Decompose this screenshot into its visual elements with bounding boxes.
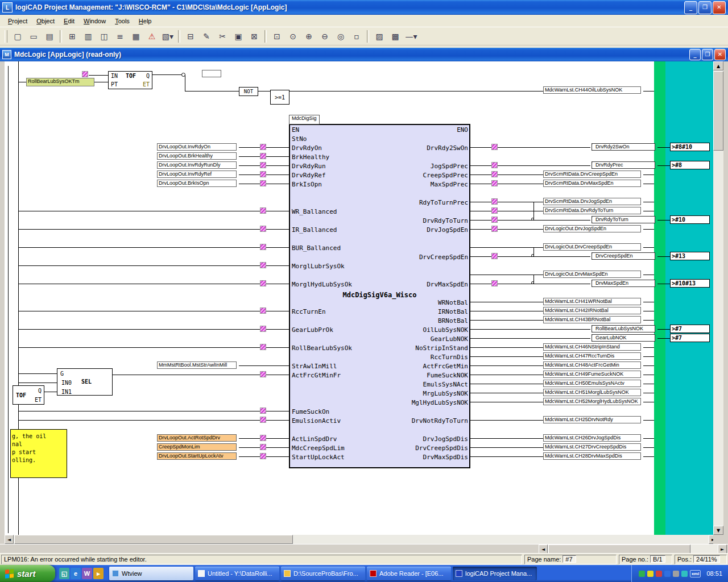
- taskbar-button-adobe-reader[interactable]: Adobe Reader - [E06...: [367, 567, 451, 580]
- edit-button[interactable]: ✎: [199, 29, 214, 43]
- show-desktop-icon[interactable]: ◱: [59, 568, 69, 579]
- input-variable-label[interactable]: DrvLoopOut.BrkHealthy: [157, 152, 237, 160]
- output-variable-label[interactable]: MdcWarnLst.CH27DrvCreepSpdDis: [543, 443, 641, 451]
- output-variable-label[interactable]: DrvLogicOut.DrvMaxSpdEn: [543, 271, 641, 278]
- output-variable-label[interactable]: MdcWarnLst.CH42IRNotBal: [543, 307, 641, 314]
- tof2-block[interactable]: TOF Q ET: [13, 385, 44, 405]
- output-variable-label[interactable]: MdcWarnLst.CH41WRNotBal: [543, 298, 641, 305]
- horizontal-scrollbar[interactable]: ◄ ►: [5, 535, 718, 544]
- output-variable-label[interactable]: MdcWarnLst.CH52MorglHydLubSysNOK: [543, 398, 641, 405]
- taskbar-button-folder[interactable]: D:\SourceProBas\Fro...: [281, 567, 365, 580]
- output-variable-label[interactable]: DrvScmRtData.DrvJogSpdEn: [543, 198, 641, 205]
- page-reference[interactable]: >#10: [670, 215, 710, 224]
- output-variable-label[interactable]: MdcWarnLst.CH43BRNotBal: [543, 316, 641, 323]
- connect-mode-button[interactable]: —▾: [404, 29, 419, 43]
- page-reference[interactable]: >#7: [670, 325, 710, 333]
- media-icon[interactable]: ▸: [93, 568, 104, 579]
- child-restore-button[interactable]: ❐: [702, 49, 713, 60]
- vertical-scrollbar[interactable]: ▲ ▼: [713, 61, 723, 535]
- minimize-button[interactable]: _: [684, 1, 697, 14]
- signal-tag[interactable]: DrvCreepSpdEn: [592, 252, 655, 260]
- comment-box[interactable]: g, the oil nal p start olling.: [10, 429, 67, 478]
- page-view-button[interactable]: ▥: [81, 29, 96, 43]
- signal-tag[interactable]: DrvRdyToTurn: [592, 216, 655, 223]
- start-button[interactable]: start: [0, 565, 55, 582]
- vertical-scroll-thumb[interactable]: [713, 71, 723, 151]
- menu-tools[interactable]: Tools: [110, 16, 134, 26]
- output-variable-label[interactable]: MdcWarnLst.CH47RccTurnDis: [543, 352, 641, 360]
- menu-object[interactable]: Object: [32, 16, 59, 26]
- signal-tag[interactable]: RollBearLubSysNOK: [592, 325, 655, 332]
- grid-toggle-button[interactable]: ▩: [388, 29, 403, 43]
- toolbar-grip[interactable]: [5, 30, 7, 43]
- zoom-fit-button[interactable]: ◎: [333, 29, 348, 43]
- output-variable-label[interactable]: MdcWarnLst.CH26DrvJogSpdDis: [543, 434, 641, 442]
- diagram-canvas[interactable]: IN PT TOF Q ET RollBearLubSysOKTm NOT >=…: [5, 61, 718, 535]
- output-variable-label[interactable]: DrvLogicOut.DrvJogSpdEn: [543, 225, 641, 232]
- child-minimize-button[interactable]: _: [689, 49, 701, 60]
- antivirus-icon[interactable]: [647, 571, 653, 577]
- sel-block[interactable]: G IN0 IN1 SEL: [57, 368, 113, 396]
- input-variable-label[interactable]: DrvLoopOut.ActRotSpdDrv: [157, 434, 237, 442]
- menu-help[interactable]: Help: [134, 16, 156, 26]
- input-variable-label[interactable]: DrvLoopOut.BrkIsOpn: [157, 180, 237, 187]
- input-variable-label[interactable]: DrvLoopOut.InvRdyRef: [157, 171, 237, 178]
- network-icon[interactable]: [656, 571, 662, 577]
- output-variable-label[interactable]: MdcWarnLst.CH25DrvNotRdy: [543, 416, 641, 423]
- close-button[interactable]: ✕: [713, 1, 726, 14]
- menu-project[interactable]: Project: [3, 16, 32, 26]
- output-variable-label[interactable]: MdcWarnLst.CH28DrvMaxSpdDis: [543, 452, 641, 460]
- taskbar-button-logicad[interactable]: logiCAD Project Mana...: [453, 567, 537, 580]
- horizontal-scroll-thumb[interactable]: [14, 535, 293, 544]
- new-button[interactable]: ▢: [10, 29, 25, 43]
- menu-window[interactable]: Window: [79, 16, 110, 26]
- taskbar-button-wtview[interactable]: Wtview: [109, 567, 193, 580]
- output-variable-label[interactable]: DrvScmRtData.DrvCreepSpdEn: [543, 171, 641, 178]
- wtview-icon[interactable]: W: [82, 568, 92, 579]
- page-reference[interactable]: >#7: [670, 334, 710, 342]
- two-columns-button[interactable]: ◫: [97, 29, 111, 43]
- paste-special-button[interactable]: ⊟: [183, 29, 198, 43]
- or-gate[interactable]: >=1: [270, 90, 289, 105]
- paste-button[interactable]: ⊠: [247, 29, 262, 43]
- input-variable-label[interactable]: DrvLoopOut.InvRdyOn: [157, 143, 237, 151]
- signal-tag[interactable]: DrvRdyPrec: [592, 161, 655, 169]
- secondary-scrollbar[interactable]: ◄ ►: [539, 544, 727, 554]
- output-variable-label[interactable]: MdcWarnLst.CH49FumeSuckNOK: [543, 371, 641, 378]
- output-variable-label[interactable]: MdcWarnLst.CH48ActFrcGetMin: [543, 361, 641, 369]
- page-reference[interactable]: >#10#13: [670, 279, 710, 288]
- tof-timer-block[interactable]: IN PT TOF Q ET: [108, 71, 152, 89]
- open-button[interactable]: ▭: [26, 29, 41, 43]
- menu-edit[interactable]: Edit: [59, 16, 79, 26]
- grid-view-button[interactable]: ▦: [129, 29, 143, 43]
- input-variable-label[interactable]: CreepSpdMonLim: [157, 443, 237, 451]
- print-button[interactable]: ▤: [42, 29, 57, 43]
- output-variable-label[interactable]: MdcWarnLst.CH51MorglLubSysNOK: [543, 389, 641, 396]
- display-icon[interactable]: [673, 571, 679, 577]
- insert-button[interactable]: ⊡: [270, 29, 284, 43]
- output-variable-label[interactable]: MdcWarnLst.CH50EmulsSysNActv: [543, 380, 641, 387]
- output-variable-label[interactable]: MdcWarnLst.CH44OilLubSysNOK: [543, 86, 641, 94]
- table-menu-button[interactable]: ▧▾: [160, 29, 175, 43]
- alarm-button[interactable]: ⚠: [144, 29, 159, 43]
- copy-button[interactable]: ▣: [231, 29, 246, 43]
- scroll-down-button[interactable]: ▼: [713, 526, 723, 535]
- internet-icon[interactable]: e: [71, 568, 81, 579]
- scheduler-icon[interactable]: [681, 571, 688, 577]
- cut-button[interactable]: ✂: [215, 29, 230, 43]
- scroll-up-button[interactable]: ▲: [713, 61, 723, 70]
- xml-tray-icon[interactable]: xml: [690, 570, 701, 577]
- signal-tag[interactable]: DrvRdy2SwOn: [592, 143, 655, 151]
- find-button[interactable]: ⊙: [286, 29, 300, 43]
- zoom-in-button[interactable]: ⊕: [301, 29, 316, 43]
- child-close-button[interactable]: ✕: [714, 49, 726, 60]
- zoom-out-button[interactable]: ⊖: [317, 29, 332, 43]
- taskbar-button-notepad[interactable]: Untitled - Y:\DataRolli...: [195, 567, 279, 580]
- output-variable-label[interactable]: DrvScmRtData.DrvMaxSpdEn: [543, 180, 641, 187]
- properties-button[interactable]: ⊞: [65, 29, 80, 43]
- output-variable-label[interactable]: MdcWarnLst.CH46NStripInStand: [543, 343, 641, 351]
- input-variable-label[interactable]: MmMstRtBool.MstStrAwlInMill: [157, 361, 237, 369]
- page-reference[interactable]: >#8: [670, 161, 710, 169]
- signal-label[interactable]: RollBearLubSysOKTm: [26, 78, 94, 86]
- update-icon[interactable]: [639, 571, 645, 577]
